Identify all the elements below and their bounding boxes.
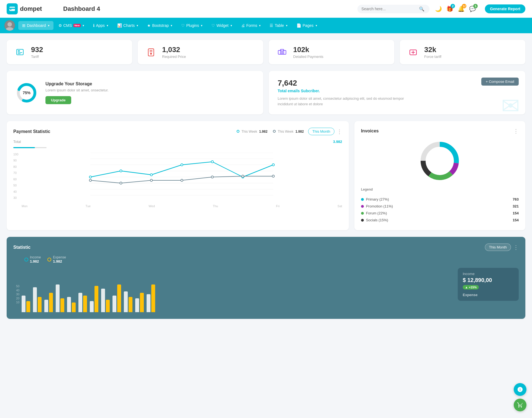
compose-email-button[interactable]: + Compose Email xyxy=(481,78,519,86)
stat-cards: 932 Tariff 1,032 Required Price 102k Det… xyxy=(7,40,525,64)
bar-white xyxy=(78,293,82,312)
bar-yellow xyxy=(129,297,132,312)
svg-rect-9 xyxy=(148,49,154,56)
detailed-payments-icon xyxy=(275,45,289,59)
y-axis: 100 90 80 70 60 50 40 30 xyxy=(13,153,21,199)
svg-rect-15 xyxy=(283,50,286,54)
sidebar-item-pages[interactable]: 📄 Pages ▾ xyxy=(293,21,321,30)
bar-chart xyxy=(13,268,451,312)
bar-yellow xyxy=(151,284,155,312)
bar-group-12 xyxy=(147,284,155,312)
sidebar-item-dashboard[interactable]: ⊞ Dashboard ▾ xyxy=(18,21,53,30)
gift-icon[interactable]: 🎁 2 xyxy=(446,6,453,12)
email-bg-icon: ✉ xyxy=(501,95,520,114)
force-tariff-label: Force tariff xyxy=(424,55,441,59)
line-chart-svg xyxy=(22,153,342,202)
tariff-label: Tariff xyxy=(31,55,43,59)
stat-info-tariff: 932 Tariff xyxy=(31,45,43,59)
invoices-donut-svg xyxy=(418,139,462,183)
income-pct-badge: ▲ +15% xyxy=(463,285,479,289)
moon-toggle[interactable]: 🌙 xyxy=(435,6,442,12)
svg-point-39 xyxy=(181,179,183,181)
navbar: ⊞ Dashboard ▾ ⚙ CMS New ▾ ℹ Apps ▾ 📊 Cha… xyxy=(0,18,532,33)
statistic-more-button[interactable]: ⋮ xyxy=(513,244,519,251)
chevron-down-icon: ▾ xyxy=(286,24,288,27)
sidebar-item-table[interactable]: ☰ Table ▾ xyxy=(266,21,291,30)
svg-point-30 xyxy=(120,170,122,172)
total-progress-bar xyxy=(13,147,47,148)
email-description: Lorem ipsum dolor sit amet, consectetur … xyxy=(278,96,416,107)
svg-point-4 xyxy=(6,27,14,31)
nav-label-widget: Widget xyxy=(216,23,229,28)
statistic-title: Statistic xyxy=(13,245,30,250)
avatar xyxy=(4,20,15,31)
tariff-number: 932 xyxy=(31,45,43,54)
invoices-more-button[interactable]: ⋮ xyxy=(513,128,519,134)
storage-donut: 75% xyxy=(16,82,38,104)
primary-label: Primary (27%) xyxy=(366,197,389,201)
bar-yellow xyxy=(94,286,98,312)
header-icons: 🌙 🎁 2 🔔 12 💬 5 Generate Report xyxy=(435,4,525,13)
widget-icon: ♡ xyxy=(211,23,215,28)
logo-area: dompet xyxy=(7,3,57,14)
upgrade-button[interactable]: Upgrade xyxy=(45,96,71,104)
bell-icon[interactable]: 🔔 12 xyxy=(458,6,465,12)
expense-legend-item: Expense 1.982 xyxy=(47,255,66,263)
chevron-down-icon: ▾ xyxy=(48,24,50,27)
bar-white xyxy=(67,297,71,312)
nav-label-charts: Charts xyxy=(123,23,135,28)
svg-rect-13 xyxy=(278,50,282,54)
bar-group-8 xyxy=(101,289,110,312)
nav-label-forms: Forms xyxy=(246,23,257,28)
required-price-number: 1,032 xyxy=(162,45,186,54)
arrow-up-icon: ▲ xyxy=(465,286,468,289)
payment-chart-header: Payment Statistic This Week 1.982 This W… xyxy=(13,128,342,135)
sidebar-item-bootstrap[interactable]: ★ Bootstrap ▾ xyxy=(143,21,176,30)
socials-label: Socials (15%) xyxy=(366,218,388,222)
sidebar-item-plugins[interactable]: ♡ Plugins ▾ xyxy=(177,21,206,30)
generate-report-button[interactable]: Generate Report xyxy=(485,4,525,13)
x-axis: Mon Tue Wed Thu Fri Sat xyxy=(22,204,342,208)
chevron-down-icon: ▾ xyxy=(83,24,84,27)
bar-group-2 xyxy=(33,287,42,312)
upgrade-title: Upgrade Your Storage xyxy=(45,81,109,86)
more-options-button[interactable]: ⋮ xyxy=(337,128,342,135)
statistic-y-axis: 50 40 30 20 10 xyxy=(16,284,19,304)
sidebar-item-widget[interactable]: ♡ Widget ▾ xyxy=(208,21,236,30)
socials-dot xyxy=(361,219,364,222)
line-chart-area: 100 90 80 70 60 50 40 30 xyxy=(13,153,342,208)
invoices-card: Invoices ⋮ Legend xyxy=(354,121,525,230)
chart-legends: This Week 1.982 This Week 1.982 xyxy=(237,130,304,134)
bar-yellow xyxy=(60,298,64,312)
dashboard-icon: ⊞ xyxy=(22,23,25,28)
income-box-label: Income xyxy=(463,272,514,276)
expense-label: Expense xyxy=(53,255,66,259)
search-icon[interactable]: 🔍 xyxy=(419,6,424,12)
bar-group-6 xyxy=(78,293,87,312)
invoices-donut-wrap xyxy=(361,139,519,183)
sidebar-item-cms[interactable]: ⚙ CMS New ▾ xyxy=(55,21,88,30)
chat-icon[interactable]: 💬 5 xyxy=(469,6,476,12)
sidebar-item-forms[interactable]: 🖨 Forms ▾ xyxy=(237,21,265,30)
required-price-label: Required Price xyxy=(162,55,186,59)
bar-yellow xyxy=(83,296,87,312)
forms-icon: 🖨 xyxy=(241,23,245,28)
header: dompet Dashboard 4 🔍 🌙 🎁 2 🔔 12 💬 5 Gene… xyxy=(0,0,532,18)
bar-yellow xyxy=(140,293,144,312)
this-month-filter[interactable]: This Month xyxy=(308,128,334,135)
middle-row: 75% Upgrade Your Storage Lorem ipsum dol… xyxy=(7,71,525,114)
table-icon: ☰ xyxy=(270,23,273,28)
stat-card-required-price: 1,032 Required Price xyxy=(138,40,263,64)
statistic-header: Statistic This Month ⋮ xyxy=(13,243,519,251)
sidebar-item-apps[interactable]: ℹ Apps ▾ xyxy=(89,21,112,30)
sidebar-item-charts[interactable]: 📊 Charts ▾ xyxy=(113,21,142,30)
search-input[interactable] xyxy=(361,7,417,11)
forum-value: 154 xyxy=(513,211,519,215)
detailed-payments-label: Detalled Payments xyxy=(293,55,323,59)
svg-point-3 xyxy=(7,22,12,27)
svg-point-33 xyxy=(211,161,213,163)
expense-circle-icon xyxy=(47,258,51,261)
statistic-month-filter[interactable]: This Month xyxy=(485,243,511,251)
logo-text: dompet xyxy=(20,5,42,12)
bar-white xyxy=(22,296,25,312)
